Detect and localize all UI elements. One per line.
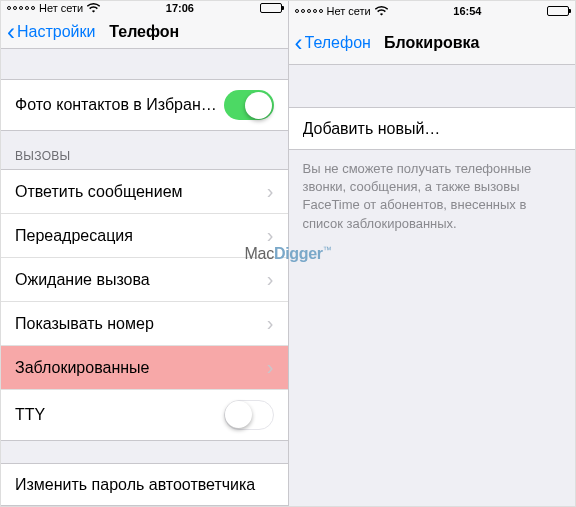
chevron-right-icon: › (267, 356, 274, 379)
row-call-waiting[interactable]: Ожидание вызова › (1, 258, 288, 302)
back-label: Настройки (17, 23, 95, 41)
back-button[interactable]: ‹ Телефон (295, 31, 371, 55)
wifi-icon (375, 6, 388, 16)
battery-icon (547, 6, 569, 16)
toggle-tty[interactable] (224, 400, 274, 430)
chevron-right-icon: › (267, 180, 274, 203)
row-label: Заблокированные (15, 359, 267, 377)
signal-dots-icon (295, 9, 323, 13)
carrier-label: Нет сети (327, 5, 371, 17)
battery-icon (260, 3, 282, 13)
row-label: Переадресация (15, 227, 267, 245)
status-time: 17:06 (166, 2, 194, 14)
status-bar: Нет сети 16:54 (289, 1, 576, 21)
status-bar: Нет сети 17:06 (1, 1, 288, 16)
row-label: TTY (15, 406, 224, 424)
toggle-favorites-photos[interactable] (224, 90, 274, 120)
row-label: Изменить пароль автоответчика (15, 476, 274, 494)
chevron-right-icon: › (267, 268, 274, 291)
phone-settings-screen: Нет сети 17:06 ‹ Настройки Телефон Фото … (1, 1, 288, 506)
row-label: Показывать номер (15, 315, 267, 333)
carrier-label: Нет сети (39, 2, 83, 14)
back-button[interactable]: ‹ Настройки (7, 20, 95, 44)
row-label: Фото контактов в Избранном (15, 96, 224, 114)
row-show-number[interactable]: Показывать номер › (1, 302, 288, 346)
status-time: 16:54 (453, 5, 481, 17)
chevron-right-icon: › (267, 312, 274, 335)
row-label: Ответить сообщением (15, 183, 267, 201)
row-blocked[interactable]: Заблокированные › (1, 346, 288, 390)
row-label: Добавить новый… (303, 120, 562, 138)
row-tty[interactable]: TTY (1, 390, 288, 441)
row-favorites-photos[interactable]: Фото контактов в Избранном (1, 79, 288, 131)
row-call-forwarding[interactable]: Переадресация › (1, 214, 288, 258)
phone-blocklist-screen: Нет сети 16:54 ‹ Телефон Блокировка Доба… (288, 1, 576, 506)
nav-bar: ‹ Телефон Блокировка (289, 21, 576, 65)
group-footer-info: Вы не сможете получать телефонные звонки… (289, 150, 576, 243)
chevron-right-icon: › (267, 224, 274, 247)
row-add-new[interactable]: Добавить новый… (289, 107, 576, 150)
row-change-voicemail-password[interactable]: Изменить пароль автоответчика (1, 463, 288, 506)
row-respond-with-message[interactable]: Ответить сообщением › (1, 169, 288, 214)
group-header-calls: ВЫЗОВЫ (1, 131, 288, 169)
wifi-icon (87, 3, 100, 13)
chevron-left-icon: ‹ (295, 31, 303, 55)
nav-bar: ‹ Настройки Телефон (1, 16, 288, 49)
back-label: Телефон (305, 34, 371, 52)
row-label: Ожидание вызова (15, 271, 267, 289)
chevron-left-icon: ‹ (7, 20, 15, 44)
signal-dots-icon (7, 6, 35, 10)
